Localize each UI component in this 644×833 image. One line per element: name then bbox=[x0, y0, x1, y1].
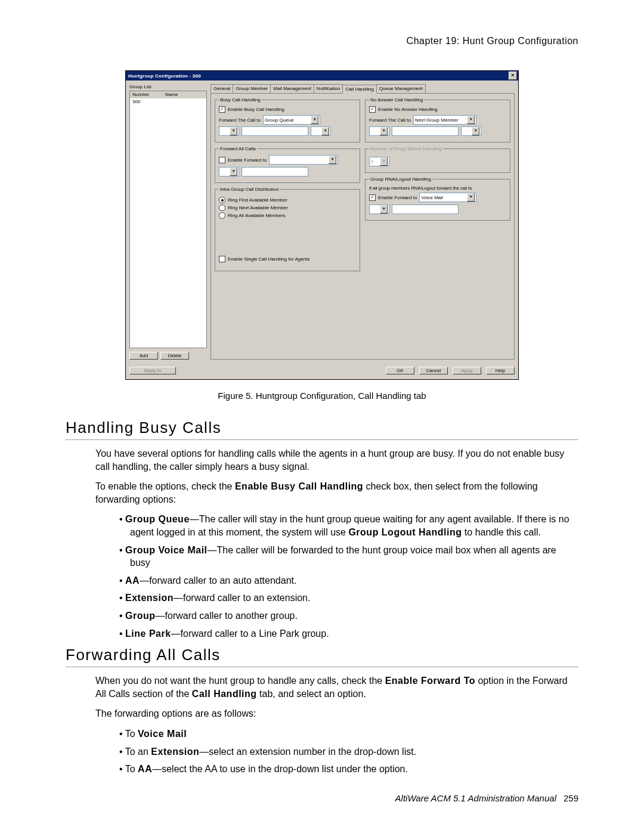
dialog-title: Huntgroup Configuration - 300 bbox=[128, 73, 201, 79]
rna-text-field[interactable] bbox=[392, 205, 459, 214]
ring-first-radio[interactable]: Ring First Available Member bbox=[219, 197, 356, 203]
section-handling-busy-calls: Handling Busy Calls bbox=[66, 419, 578, 440]
rings-spinner[interactable]: 5▾ bbox=[369, 157, 389, 166]
paragraph: You have several options for handling ca… bbox=[95, 447, 578, 473]
col-name: Name bbox=[163, 91, 206, 98]
intra-group-distribution-group: Intra Group Call Distribution Ring First… bbox=[215, 187, 360, 271]
tab-notification[interactable]: Notification bbox=[314, 84, 343, 93]
busy-num-dropdown[interactable]: ▾ bbox=[219, 126, 239, 136]
list-item: Group Queue—The caller will stay in the … bbox=[119, 513, 578, 538]
ok-button[interactable]: OK bbox=[386, 367, 414, 374]
ring-all-radio[interactable]: Ring All Available Members bbox=[219, 212, 356, 219]
list-item: Extension—forward caller to an extension… bbox=[119, 592, 578, 605]
rings-before-handling-group: Number of Rings Before Handling 5▾ bbox=[365, 146, 510, 173]
paragraph: The forwarding options are as follows: bbox=[95, 707, 578, 720]
list-item: AA—forward caller to an auto attendant. bbox=[119, 574, 578, 587]
ring-next-radio[interactable]: Ring Next Available Member bbox=[219, 205, 356, 211]
add-button[interactable]: Add bbox=[129, 352, 158, 360]
section-forwarding-all-calls: Forwarding All Calls bbox=[66, 646, 578, 667]
forward-all-text-field[interactable] bbox=[242, 167, 308, 176]
rna-enable-forward-checkbox[interactable]: ✓ bbox=[369, 194, 376, 201]
close-icon[interactable]: × bbox=[509, 72, 517, 80]
tab-call-handling[interactable]: Call Handling bbox=[342, 85, 377, 94]
paragraph: To enable the options, check the Enable … bbox=[95, 480, 578, 506]
col-number: Number bbox=[130, 91, 163, 98]
tab-queue-management[interactable]: Queue Management bbox=[376, 84, 426, 93]
tab-strip: General Group Member Mail Management Not… bbox=[210, 84, 515, 94]
list-item: Group—forward caller to another group. bbox=[119, 609, 578, 623]
chevron-down-icon: ▾ bbox=[311, 116, 318, 124]
forward-all-num-dropdown[interactable]: ▾ bbox=[219, 167, 239, 176]
page-footer: AltiWare ACM 5.1 Administration Manual25… bbox=[395, 793, 578, 803]
enable-no-answer-checkbox[interactable]: ✓ bbox=[369, 106, 376, 113]
list-item: Group Voice Mail—The caller will be forw… bbox=[119, 544, 578, 569]
dialog-titlebar: Huntgroup Configuration - 300 × bbox=[126, 71, 518, 80]
no-answer-num-dropdown[interactable]: ▾ bbox=[369, 126, 389, 136]
help-button[interactable]: Help bbox=[486, 367, 515, 374]
busy-text-field[interactable] bbox=[242, 126, 308, 136]
grouplist-box[interactable]: Number Name 300 bbox=[129, 91, 207, 348]
paragraph: When you do not want the hunt group to h… bbox=[95, 674, 578, 700]
enable-forward-all-checkbox[interactable] bbox=[219, 157, 225, 163]
dialog-figure: Huntgroup Configuration - 300 × Group Li… bbox=[125, 70, 519, 380]
list-item: To an Extension—select an extension numb… bbox=[119, 745, 578, 758]
busy-forward-dropdown[interactable]: Group Queue▾ bbox=[263, 115, 320, 125]
busy-aux-dropdown[interactable]: ▾ bbox=[311, 126, 331, 136]
tab-general[interactable]: General bbox=[210, 84, 233, 93]
group-rna-logout-group: Group RNA/Logout Handling If all group m… bbox=[365, 176, 510, 221]
forward-all-calls-group: Forward All Calls Enable Forward to ▾ ▾ bbox=[215, 146, 360, 183]
no-answer-aux-dropdown[interactable]: ▾ bbox=[461, 126, 481, 136]
grouplist-label: Group List bbox=[129, 84, 207, 89]
table-row[interactable]: 300 bbox=[130, 98, 206, 105]
enable-busy-checkbox[interactable]: ✓ bbox=[219, 106, 225, 113]
rna-forward-dropdown[interactable]: Voice Mail▾ bbox=[419, 193, 476, 202]
list-item: To Voice Mail bbox=[119, 727, 578, 741]
single-call-handling-checkbox[interactable] bbox=[219, 256, 225, 262]
cancel-button[interactable]: Cancel bbox=[419, 367, 448, 374]
apply-to-button[interactable]: Apply to bbox=[129, 367, 176, 374]
no-answer-group: No Answer Call Handling ✓ Enable No Answ… bbox=[365, 97, 510, 143]
list-item: To AA—select the AA to use in the drop-d… bbox=[119, 763, 578, 776]
list-item: Line Park—forward caller to a Line Park … bbox=[119, 627, 578, 640]
no-answer-dropdown[interactable]: Next Group Member▾ bbox=[413, 115, 476, 125]
forward-all-dropdown[interactable]: ▾ bbox=[269, 155, 338, 165]
tab-group-member[interactable]: Group Member bbox=[233, 84, 271, 93]
rna-num-dropdown[interactable]: ▾ bbox=[369, 205, 389, 214]
chapter-header: Chapter 19: Hunt Group Configuration bbox=[66, 36, 578, 47]
no-answer-text-field[interactable] bbox=[392, 126, 459, 136]
busy-call-handling-group: Busy Call Handling ✓ Enable Busy Call Ha… bbox=[215, 97, 360, 143]
apply-button[interactable]: Apply bbox=[453, 367, 481, 374]
tab-mail-management[interactable]: Mail Management bbox=[270, 84, 314, 93]
figure-caption: Figure 5. Huntgroup Configuration, Call … bbox=[66, 391, 578, 401]
delete-button[interactable]: Delete bbox=[160, 352, 189, 360]
